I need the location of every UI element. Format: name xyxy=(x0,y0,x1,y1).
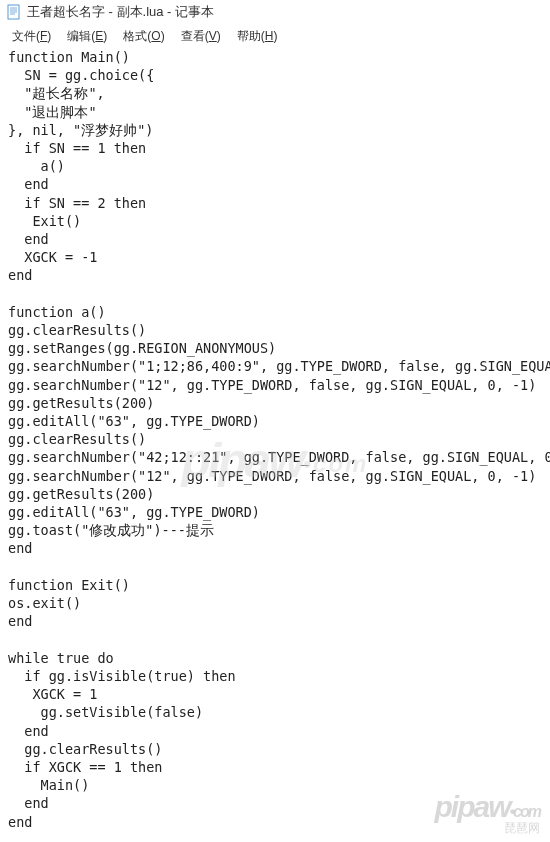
title-bar: 王者超长名字 - 副本.lua - 记事本 xyxy=(0,0,550,24)
window-title: 王者超长名字 - 副本.lua - 记事本 xyxy=(27,3,214,21)
menu-bar: 文件(F) 编辑(E) 格式(O) 查看(V) 帮助(H) xyxy=(0,24,550,46)
menu-format[interactable]: 格式(O) xyxy=(115,26,172,44)
menu-view[interactable]: 查看(V) xyxy=(173,26,229,44)
text-editor[interactable]: function Main() SN = gg.choice({ "超长名称",… xyxy=(0,46,550,833)
menu-file[interactable]: 文件(F) xyxy=(4,26,59,44)
menu-edit[interactable]: 编辑(E) xyxy=(59,26,115,44)
menu-help[interactable]: 帮助(H) xyxy=(229,26,286,44)
notepad-icon xyxy=(6,4,22,20)
